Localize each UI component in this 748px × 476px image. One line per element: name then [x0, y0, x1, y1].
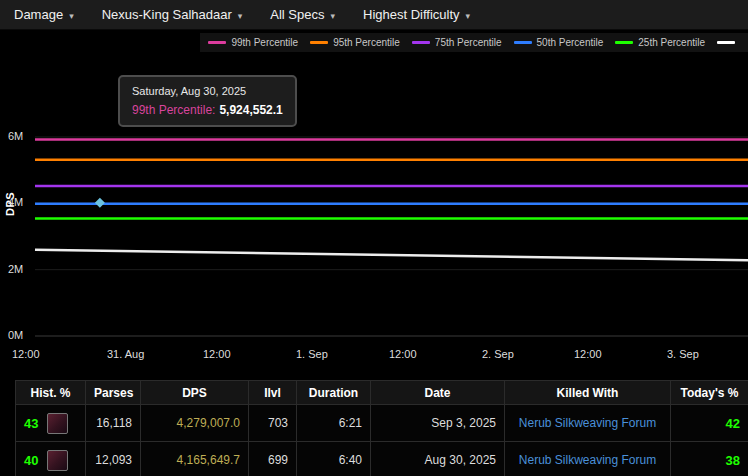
col-header-date: Date — [371, 381, 505, 405]
col-header-hist-pct: Hist. % — [16, 381, 86, 405]
x-tick-label: 2. Sep — [482, 348, 514, 360]
legend-item-99th-percentile[interactable]: 99th Percentile — [208, 37, 298, 48]
legend-label: 25th Percentile — [638, 37, 705, 48]
col-header-parses: Parses — [86, 381, 141, 405]
hist-pct-value: 43 — [24, 416, 38, 431]
dps-rankings-page: Damage ▾ Nexus-King Salhadaar ▾ All Spec… — [0, 0, 748, 476]
x-tick-label: 12:00 — [12, 348, 40, 360]
hist-pct-cell: 40 — [16, 442, 86, 476]
spec-dropdown[interactable]: All Specs ▾ — [270, 7, 335, 22]
col-header-killed-with: Killed With — [505, 381, 671, 405]
legend-item-truncated[interactable] — [717, 41, 740, 44]
chart-tooltip: Saturday, Aug 30, 2025 99th Percentile:5… — [118, 75, 297, 127]
legend-label: 95th Percentile — [333, 37, 400, 48]
y-tick-label: 0M — [8, 329, 23, 341]
col-header-dps: DPS — [141, 381, 249, 405]
date-cell: Sep 3, 2025 — [371, 405, 505, 442]
x-tick-label: 12:00 — [574, 348, 602, 360]
date-cell: Aug 30, 2025 — [371, 442, 505, 476]
duration-cell: 6:40 — [297, 442, 371, 476]
filter-bar: Damage ▾ Nexus-King Salhadaar ▾ All Spec… — [0, 0, 748, 30]
y-tick-label: 2M — [8, 263, 23, 275]
boss-dropdown-label: Nexus-King Salhadaar — [102, 7, 232, 22]
tooltip-value: 5,924,552.1 — [219, 103, 282, 117]
dps-cell: 4,279,007.0 — [141, 405, 249, 442]
col-header-ilvl: Ilvl — [249, 381, 297, 405]
spec-icon — [47, 450, 68, 471]
legend-item-95th-percentile[interactable]: 95th Percentile — [310, 37, 400, 48]
legend-item-75th-percentile[interactable]: 75th Percentile — [412, 37, 502, 48]
table-row: 43 16,118 4,279,007.0 703 6:21 Sep 3, 20… — [16, 405, 748, 442]
killed-with-link[interactable]: Nerub Silkweaving Forum — [519, 453, 656, 467]
parses-cell: 12,093 — [86, 442, 141, 476]
difficulty-dropdown[interactable]: Highest Difficulty ▾ — [363, 7, 470, 22]
chevron-down-icon: ▾ — [69, 11, 74, 21]
difficulty-dropdown-label: Highest Difficulty — [363, 7, 460, 22]
legend-item-25th-percentile[interactable]: 25th Percentile — [615, 37, 705, 48]
x-tick-label: 12:00 — [203, 348, 231, 360]
legend-swatch — [615, 41, 633, 44]
hist-pct-value: 40 — [24, 453, 38, 468]
killed-with-cell: Nerub Silkweaving Forum — [505, 405, 671, 442]
killed-with-cell: Nerub Silkweaving Forum — [505, 442, 671, 476]
x-tick-label: 12:00 — [389, 348, 417, 360]
ilvl-cell: 703 — [249, 405, 297, 442]
metric-dropdown[interactable]: Damage ▾ — [14, 7, 74, 22]
dps-cell: 4,165,649.7 — [141, 442, 249, 476]
legend-swatch — [514, 41, 532, 44]
chevron-down-icon: ▾ — [330, 11, 335, 21]
tooltip-date: Saturday, Aug 30, 2025 — [132, 85, 283, 97]
spec-icon — [47, 413, 68, 434]
legend-swatch — [717, 41, 735, 44]
y-tick-label: 4M — [8, 196, 23, 208]
spec-dropdown-label: All Specs — [270, 7, 324, 22]
best-parses-table: Hist. % Parses DPS Ilvl Duration Date Ki… — [15, 380, 748, 476]
x-tick-label: 31. Aug — [107, 348, 144, 360]
chevron-down-icon: ▾ — [238, 11, 243, 21]
hist-pct-cell: 43 — [16, 405, 86, 442]
legend-swatch — [208, 41, 226, 44]
legend-swatch — [412, 41, 430, 44]
killed-with-link[interactable]: Nerub Silkweaving Forum — [519, 416, 656, 430]
legend-label: 75th Percentile — [435, 37, 502, 48]
table-header-row: Hist. % Parses DPS Ilvl Duration Date Ki… — [16, 381, 748, 405]
col-header-duration: Duration — [297, 381, 371, 405]
chart-plot-area[interactable] — [0, 50, 748, 345]
todays-pct-cell: 38 — [671, 442, 748, 476]
legend-label: 99th Percentile — [231, 37, 298, 48]
x-tick-label: 3. Sep — [667, 348, 699, 360]
chevron-down-icon: ▾ — [466, 11, 471, 21]
tooltip-series-label: 99th Percentile: — [132, 103, 215, 117]
parses-cell: 16,118 — [86, 405, 141, 442]
legend-item-50th-percentile[interactable]: 50th Percentile — [514, 37, 604, 48]
boss-dropdown[interactable]: Nexus-King Salhadaar ▾ — [102, 7, 243, 22]
y-tick-label: 6M — [8, 130, 23, 142]
col-header-todays-pct: Today's % — [671, 381, 748, 405]
x-tick-label: 1. Sep — [296, 348, 328, 360]
duration-cell: 6:21 — [297, 405, 371, 442]
legend-swatch — [310, 41, 328, 44]
metric-dropdown-label: Damage — [14, 7, 63, 22]
legend-label: 50th Percentile — [537, 37, 604, 48]
todays-pct-cell: 42 — [671, 405, 748, 442]
ilvl-cell: 699 — [249, 442, 297, 476]
table-row: 40 12,093 4,165,649.7 699 6:40 Aug 30, 2… — [16, 442, 748, 476]
